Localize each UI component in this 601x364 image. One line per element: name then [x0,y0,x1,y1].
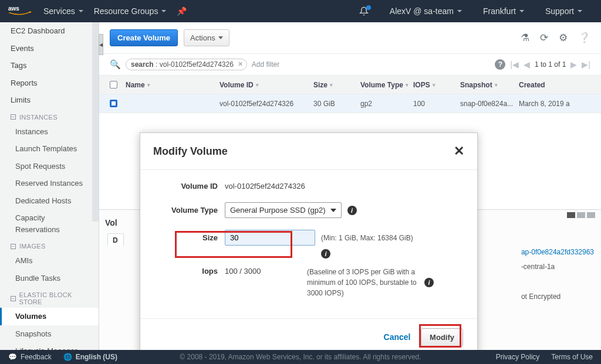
sort-icon: ▾ [147,82,150,88]
row-size: Size (Min: 1 GiB, Max: 16384 GiB) [154,230,463,246]
chevron-down-icon [79,10,83,12]
volumes-table: Name▾ Volume ID▾ Size▾ Volume Type▾ IOPS… [99,76,601,113]
aws-logo[interactable]: aws [8,4,32,18]
sidebar-header-instances[interactable]: –INSTANCES [0,109,99,123]
td-size: 30 GiB [313,100,360,108]
modal-header: Modify Volume ✕ [140,133,477,170]
chevron-down-icon [578,10,582,12]
size-input[interactable] [225,230,315,246]
sidebar-item-volumes[interactable]: Volumes [0,308,99,325]
nav-region[interactable]: Frankfurt [483,6,524,16]
nav-services[interactable]: Services [43,6,83,16]
info-icon[interactable]: i [347,206,357,215]
sidebar-item-reports[interactable]: Reports [0,74,99,92]
td-volume-type: gp2 [360,100,413,108]
table-row[interactable]: vol-0102f5ef24d274326 30 GiB gp2 100 sna… [99,94,601,113]
page-info: 1 to 1 of 1 [535,60,566,69]
nav-user-label: AlexV @ sa-team [390,6,454,16]
sidebar-item-events[interactable]: Events [0,40,99,57]
sidebar-item-bundle[interactable]: Bundle Tasks [0,270,99,287]
search-icon[interactable]: 🔍 [110,59,121,70]
refresh-icon[interactable]: ⟳ [540,32,548,44]
close-icon[interactable]: ✕ [454,144,464,159]
sidebar-item-dedicated[interactable]: Dedicated Hosts [0,192,99,210]
help-icon[interactable]: ❔ [578,32,590,44]
page-next-icon[interactable]: ▶ [570,60,577,69]
sidebar-item-spot[interactable]: Spot Requests [0,158,99,175]
sidebar-item-capacity[interactable]: Capacity Reservations [0,209,99,238]
nav-user[interactable]: AlexV @ sa-team [390,6,462,16]
row-volume-id: Volume ID vol-0102f5ef24d274326 [154,182,463,190]
nav-support[interactable]: Support [545,6,582,16]
sidebar-item-tags[interactable]: Tags [0,57,99,74]
th-iops[interactable]: IOPS▾ [413,81,460,89]
feedback-link[interactable]: 💬Feedback [8,353,52,361]
clear-filter-icon[interactable]: ✕ [238,60,243,68]
sidebar-item-limits[interactable]: Limits [0,91,99,109]
actions-button[interactable]: Actions [184,29,229,46]
gear-icon[interactable]: ⚙ [559,32,568,44]
modal-title: Modify Volume [153,145,228,158]
th-created[interactable]: Created [519,81,583,89]
add-filter[interactable]: Add filter [252,60,279,69]
info-icon[interactable]: i [321,249,330,258]
sidebar-item-launch-templates[interactable]: Launch Templates [0,140,99,158]
th-name[interactable]: Name▾ [126,81,220,89]
th-snapshot[interactable]: Snapshot▾ [460,81,519,89]
sidebar-collapse-handle[interactable]: ◀ [99,34,103,55]
nav-resource-groups[interactable]: Resource Groups [94,6,167,16]
modify-button[interactable]: Modify [421,328,463,346]
chevron-down-icon [161,10,166,12]
sidebar-header-ebs[interactable]: –ELASTIC BLOCK STORE [0,287,99,308]
cancel-button[interactable]: Cancel [384,332,411,342]
search-bar: 🔍 search : vol-0102f5ef24d274326✕ Add fi… [99,54,601,76]
language-select[interactable]: 🌐English (US) [63,353,117,361]
sort-icon: ▾ [433,82,435,88]
label-size: Size [154,233,225,242]
terms-link[interactable]: Terms of Use [551,353,593,361]
nav-rg-label: Resource Groups [94,6,158,16]
actions-label: Actions [190,33,215,42]
copyright: © 2008 - 2019, Amazon Web Services, Inc.… [180,353,421,361]
page-first-icon[interactable]: |◀ [510,60,519,69]
sidebar-item-lifecycle[interactable]: Lifecycle Manager [0,342,99,350]
sort-icon: ▾ [495,82,498,88]
detail-values: ap-0f0e824a2fd332963 -central-1a ot Encr… [521,245,594,304]
sidebar-item-amis[interactable]: AMIs [0,252,99,270]
detail-tab-description[interactable]: D [107,233,124,246]
info-icon[interactable]: i [424,278,434,287]
chevron-down-icon [218,36,223,39]
pin-icon[interactable]: 📌 [177,6,187,16]
page-prev-icon[interactable]: ◀ [524,60,530,69]
th-size[interactable]: Size▾ [313,81,360,89]
iops-description: (Baseline of 3 IOPS per GiB with a minim… [307,267,418,298]
create-volume-button[interactable]: Create Volume [110,29,178,46]
th-volume-id[interactable]: Volume ID▾ [220,81,313,89]
search-help-icon[interactable]: ? [495,59,505,70]
th-volume-type[interactable]: Volume Type▾ [360,81,413,89]
label-volume-id: Volume ID [154,182,225,190]
td-volume-id: vol-0102f5ef24d274326 [220,100,313,108]
td-snapshot: snap-0f0e824a... [460,100,519,108]
sidebar: EC2 Dashboard Events Tags Reports Limits… [0,22,99,350]
row-iops: Iops 100 / 3000 (Baseline of 3 IOPS per … [154,267,463,298]
search-filter-pill[interactable]: search : vol-0102f5ef24d274326✕ [126,59,247,70]
scrollbar[interactable] [92,22,99,222]
select-all-checkbox[interactable] [110,81,117,89]
sidebar-item-instances[interactable]: Instances [0,123,99,141]
page-last-icon[interactable]: ▶| [582,60,590,69]
notifications-icon[interactable] [359,6,369,16]
sidebar-item-snapshots[interactable]: Snapshots [0,325,99,343]
sidebar-item-reserved[interactable]: Reserved Instances [0,175,99,192]
row-checkbox[interactable] [110,100,117,107]
sidebar-item-dashboard[interactable]: EC2 Dashboard [0,22,99,40]
sidebar-header-images[interactable]: –IMAGES [0,238,99,252]
experiment-icon[interactable]: ⚗ [521,32,529,44]
volume-type-value: General Purpose SSD (gp2) [230,206,326,215]
privacy-link[interactable]: Privacy Policy [496,353,540,361]
layout-icons[interactable] [567,212,595,218]
detail-snapshot-link[interactable]: ap-0f0e824a2fd332963 [521,248,594,256]
volume-type-select[interactable]: General Purpose SSD (gp2) [225,202,342,218]
row-size-info: i [154,249,463,258]
label-volume-type: Volume Type [154,206,225,215]
